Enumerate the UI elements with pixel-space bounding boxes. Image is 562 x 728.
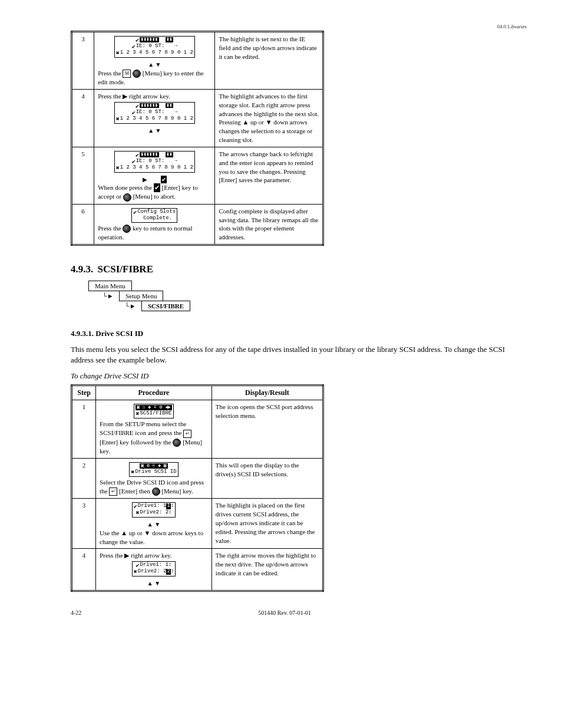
result-cell: The highlight is set next to the IE fiel…: [215, 32, 323, 90]
page-footer: 4-22 501440 Rev. 07-01-01: [71, 610, 527, 616]
table-row: 5 ✔▮▮▮▮▮▮ ▮▮ ✔IE: 0 ST: → ✖1 2 3 4 5 6 7…: [72, 147, 323, 204]
enter-key-icon: ↵: [183, 430, 191, 438]
enter-key-icon: ✔: [154, 183, 160, 192]
nav-arrows: ▲ ▼: [100, 579, 208, 588]
lcd-panel: ✔Drive1: 1↕ ✖Drive2: 22↕: [132, 561, 176, 577]
enter-key-icon: ↵: [109, 487, 117, 496]
lcd-panel: ✔▮▮▮▮▮▮ ▮▮ ✔IE: 0 ST: → ✖1 2 3 4 5 6 7 8…: [114, 36, 195, 58]
table-row: 2 ▣ ⚙ ≡ ◆ ▦ ✖Drive SCSI ID Select the Dr…: [72, 458, 323, 498]
table-row: 4 Press the ▶ right arrow key. ✔Drive1: …: [72, 549, 323, 591]
menu-knob-icon: [173, 439, 181, 447]
lcd-panel: ✔Config Slots Complete.: [131, 208, 177, 223]
table-header-row: Step Procedure Display/Result: [72, 386, 323, 400]
table-row: 3 ✔▮▮▮▮▮▮ ▮▮ ✔IE: 0 ST: → ✖1 2 3 4 5 6 7…: [72, 32, 323, 90]
th-proc: Procedure: [96, 386, 212, 400]
flow-arrow-icon: └►: [103, 292, 119, 299]
menu-knob-icon: [152, 487, 160, 496]
flow-arrow-icon: └►: [125, 302, 141, 309]
nav-arrows: ▶ ✔: [98, 176, 211, 184]
note-text: This menu lets you select the SCSI addre…: [71, 344, 527, 365]
menu-knob-icon: [123, 225, 131, 233]
flow-box: SCSI/FIBRE: [141, 301, 190, 311]
lcd-panel: ▣ ⚙ ≡ ◆ ▦ ✖Drive SCSI ID: [129, 462, 178, 477]
procedure-table-2: Step Procedure Display/Result 1 ▣ ⌂ ◆ ≡ …: [71, 384, 324, 591]
running-head: 04.0 Libraries: [71, 24, 527, 29]
lcd-panel: ✔▮▮▮▮▮▮ ▮▮ ✔IE: 0 ST: → ✖1 2 3 4 5 6 7 8…: [114, 151, 195, 173]
lcd-panel: ▣ ⌂ ◆ ≡ ⚙ ◀▶ ✖SCSI/FIBRE: [134, 404, 174, 419]
doc-id: 501440 Rev. 07-01-01: [258, 610, 311, 616]
th-result: Display/Result: [211, 386, 323, 400]
nav-arrows: ▲ ▼: [98, 61, 211, 69]
table-row: 3 ✔Drive1: 11↕ ✖Drive2: 2↕ ▲ ▼ Use the ▲…: [72, 499, 323, 549]
menu-flow-diagram: Main Menu └►Setup Menu └►SCSI/FIBRE: [88, 281, 527, 311]
menu-key-icon: M: [123, 70, 131, 78]
procedure-table-1: 3 ✔▮▮▮▮▮▮ ▮▮ ✔IE: 0 ST: → ✖1 2 3 4 5 6 7…: [71, 31, 324, 246]
table-row: 4 Press the ▶ right arrow key. ✔▮▮▮▮▮▮ ▮…: [72, 89, 323, 147]
nav-arrows: ▲ ▼: [100, 521, 208, 529]
nav-arrows: ▲ ▼: [98, 127, 211, 135]
enter-check-icon: ✔: [161, 176, 167, 184]
caption: To change Drive SCSI ID: [71, 371, 527, 381]
step-cell: 3: [72, 32, 94, 90]
procedure-cell: ✔▮▮▮▮▮▮ ▮▮ ✔IE: 0 ST: → ✖1 2 3 4 5 6 7 8…: [94, 32, 215, 90]
menu-knob-icon: [123, 193, 131, 202]
lcd-panel: ✔▮▮▮▮▮▮ ▮▮ ✔IE: 0 ST: → ✖1 2 3 4 5 6 7 8…: [114, 102, 195, 124]
section-heading: 4.9.3. SCSI/FIBRE: [71, 263, 527, 275]
table-row: 1 ▣ ⌂ ◆ ≡ ⚙ ◀▶ ✖SCSI/FIBRE From the SETU…: [72, 400, 323, 459]
page-number: 4-22: [71, 610, 81, 616]
subsection-heading: 4.9.3.1. Drive SCSI ID: [71, 329, 527, 338]
menu-knob-icon: [133, 70, 141, 78]
th-step: Step: [72, 386, 96, 400]
lcd-panel: ✔Drive1: 11↕ ✖Drive2: 2↕: [132, 502, 176, 518]
flow-box: Main Menu: [88, 281, 132, 291]
table-row: 6 ✔Config Slots Complete. Press the key …: [72, 204, 323, 245]
flow-box: Setup Menu: [119, 291, 163, 301]
